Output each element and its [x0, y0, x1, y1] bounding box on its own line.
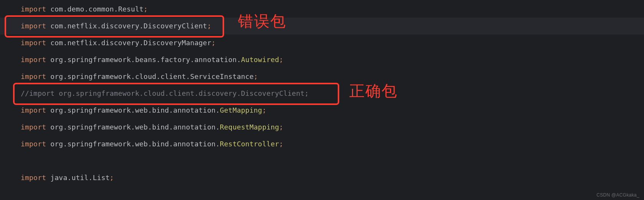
keyword-import: import	[21, 5, 46, 13]
package-path: org.springframework.web.bind.annotation.	[50, 140, 220, 148]
keyword-import: import	[21, 174, 46, 182]
semicolon: ;	[144, 5, 148, 13]
package-path: org.springframework.beans.factory.annota…	[50, 56, 241, 64]
keyword-import: import	[21, 39, 46, 47]
comment-text: //import org.springframework.cloud.clien…	[21, 89, 309, 97]
keyword-import: import	[21, 106, 46, 114]
keyword-import: import	[21, 140, 46, 148]
semicolon: ;	[110, 174, 114, 182]
code-line[interactable]: import com.netflix.discovery.DiscoveryMa…	[0, 34, 644, 51]
class-name: DiscoveryClient	[144, 22, 207, 30]
code-line[interactable]: import com.demo.common.Result;	[0, 1, 644, 18]
package-path: java.util.	[50, 174, 92, 182]
class-name: GetMapping	[220, 106, 262, 114]
class-name: DiscoveryManager	[144, 39, 211, 47]
class-name: Result	[118, 5, 144, 13]
keyword-import: import	[21, 22, 46, 30]
code-line[interactable]: import org.springframework.web.bind.anno…	[0, 136, 644, 152]
semicolon: ;	[262, 106, 266, 114]
code-line-comment[interactable]: //import org.springframework.cloud.clien…	[0, 85, 644, 102]
semicolon: ;	[279, 123, 283, 131]
code-line[interactable]: import org.springframework.web.bind.anno…	[0, 119, 644, 136]
keyword-import: import	[21, 123, 46, 131]
class-name: List	[93, 174, 110, 182]
code-line[interactable]: import org.springframework.cloud.client.…	[0, 68, 644, 85]
code-line[interactable]: import org.springframework.beans.factory…	[0, 51, 644, 68]
package-path: com.netflix.discovery.	[50, 22, 144, 30]
code-line-highlighted[interactable]: import com.netflix.discovery.DiscoveryCl…	[0, 18, 644, 34]
semicolon: ;	[279, 140, 283, 148]
class-name: RestController	[220, 140, 279, 148]
package-path: com.demo.common.	[50, 5, 118, 13]
package-path: org.springframework.web.bind.annotation.	[50, 123, 220, 131]
package-path: org.springframework.cloud.client.	[50, 72, 190, 80]
class-name: Autowired	[241, 56, 279, 64]
class-name: RequestMapping	[220, 123, 279, 131]
semicolon: ;	[254, 72, 258, 80]
package-path: com.netflix.discovery.	[50, 39, 144, 47]
code-line-blank[interactable]	[0, 152, 644, 169]
semicolon: ;	[207, 22, 211, 30]
package-path: org.springframework.web.bind.annotation.	[50, 106, 220, 114]
code-line[interactable]: import org.springframework.web.bind.anno…	[0, 102, 644, 119]
semicolon: ;	[211, 39, 216, 47]
semicolon: ;	[279, 56, 283, 64]
code-editor[interactable]: import com.demo.common.Result; import co…	[0, 0, 644, 186]
keyword-import: import	[21, 56, 46, 64]
keyword-import: import	[21, 72, 46, 80]
class-name: ServiceInstance	[190, 72, 254, 80]
watermark: CSDN @ACGkaka_	[596, 192, 639, 198]
code-line[interactable]: import java.util.List;	[0, 169, 644, 186]
